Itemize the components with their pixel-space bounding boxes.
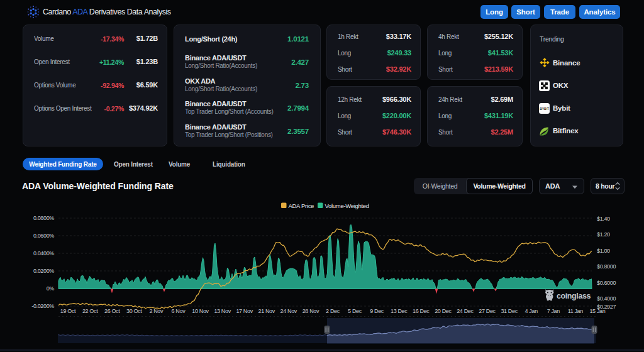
- svg-text:6 Nov: 6 Nov: [172, 308, 186, 314]
- svg-text:$1.00: $1.00: [597, 248, 610, 254]
- svg-text:24 Dec: 24 Dec: [457, 308, 474, 314]
- svg-text:BYB!T: BYB!T: [540, 107, 550, 111]
- svg-text:$0.8000: $0.8000: [597, 263, 616, 270]
- svg-text:0%: 0%: [47, 285, 55, 292]
- svg-text:16 Dec: 16 Dec: [413, 308, 430, 314]
- svg-text:17 Nov: 17 Nov: [236, 308, 253, 314]
- svg-text:ADA Price: ADA Price: [289, 202, 314, 209]
- svg-text:0.0600%: 0.0600%: [33, 233, 54, 239]
- svg-text:20 Dec: 20 Dec: [435, 308, 452, 314]
- svg-text:0.0800%: 0.0800%: [33, 215, 54, 221]
- svg-text:21 Nov: 21 Nov: [258, 308, 275, 314]
- svg-text:-0.0200%: -0.0200%: [31, 303, 54, 309]
- svg-text:5 Dec: 5 Dec: [348, 308, 362, 314]
- svg-text:19 Oct: 19 Oct: [60, 308, 76, 314]
- svg-text:10 Nov: 10 Nov: [192, 308, 209, 314]
- svg-text:27 Dec: 27 Dec: [479, 308, 496, 314]
- svg-text:$0.6000: $0.6000: [597, 280, 616, 286]
- svg-text:13 Nov: 13 Nov: [214, 308, 231, 314]
- svg-text:11 Jan: 11 Jan: [568, 308, 584, 314]
- svg-text:24 Nov: 24 Nov: [280, 308, 297, 314]
- svg-text:15 Jan: 15 Jan: [589, 308, 605, 314]
- svg-text:26 Oct: 26 Oct: [104, 308, 120, 314]
- svg-text:31 Dec: 31 Dec: [501, 308, 518, 314]
- svg-text:2 Nov: 2 Nov: [149, 308, 164, 314]
- svg-text:0.0200%: 0.0200%: [33, 268, 54, 274]
- svg-text:$1.40: $1.40: [597, 216, 610, 222]
- svg-text:7 Jan: 7 Jan: [547, 308, 560, 314]
- svg-text:30 Oct: 30 Oct: [126, 308, 142, 314]
- svg-text:Volume-Weighted: Volume-Weighted: [325, 202, 369, 209]
- svg-text:9 Dec: 9 Dec: [370, 308, 384, 314]
- svg-text:13 Dec: 13 Dec: [391, 308, 408, 314]
- svg-text:4 Jan: 4 Jan: [525, 308, 538, 314]
- svg-text:$1.20: $1.20: [597, 231, 610, 238]
- svg-text:0.0400%: 0.0400%: [33, 250, 54, 256]
- svg-text:2 Dec: 2 Dec: [326, 308, 340, 314]
- svg-text:28 Nov: 28 Nov: [303, 308, 319, 314]
- svg-text:$0.4000: $0.4000: [597, 295, 616, 302]
- svg-text:coinglass: coinglass: [557, 292, 591, 300]
- svg-text:22 Oct: 22 Oct: [82, 308, 98, 314]
